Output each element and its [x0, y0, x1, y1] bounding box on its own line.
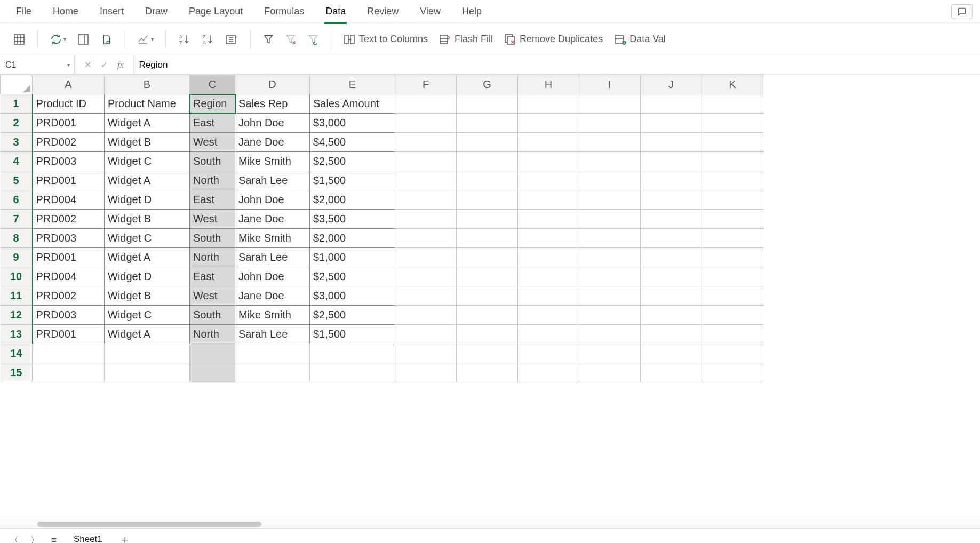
- cell-C15[interactable]: [190, 363, 235, 382]
- sort-ascending-button[interactable]: AZ: [174, 31, 194, 48]
- tab-help[interactable]: Help: [451, 0, 492, 23]
- cell-F9[interactable]: [395, 248, 457, 267]
- cell-K3[interactable]: [702, 133, 763, 152]
- cell-A7[interactable]: PRD002: [33, 210, 105, 229]
- cell-C1[interactable]: Region: [190, 94, 235, 114]
- cell-H8[interactable]: [518, 229, 579, 248]
- tab-data[interactable]: Data: [315, 0, 356, 23]
- cell-C13[interactable]: North: [190, 325, 235, 344]
- cell-I13[interactable]: [579, 325, 641, 344]
- filter-button[interactable]: [259, 31, 277, 47]
- cell-G15[interactable]: [457, 363, 518, 382]
- cell-E3[interactable]: $4,500: [310, 133, 395, 152]
- cell-J14[interactable]: [641, 344, 702, 363]
- cell-G10[interactable]: [457, 267, 518, 286]
- cell-K13[interactable]: [702, 325, 763, 344]
- cell-A8[interactable]: PRD003: [33, 229, 105, 248]
- cell-A14[interactable]: [33, 344, 105, 363]
- cell-D2[interactable]: John Doe: [235, 114, 310, 133]
- cell-H9[interactable]: [518, 248, 579, 267]
- cell-F7[interactable]: [395, 210, 457, 229]
- cell-F3[interactable]: [395, 133, 457, 152]
- cell-D7[interactable]: Jane Doe: [235, 210, 310, 229]
- cell-H7[interactable]: [518, 210, 579, 229]
- row-header-8[interactable]: 8: [1, 229, 33, 248]
- cell-H1[interactable]: [518, 94, 579, 114]
- row-header-1[interactable]: 1: [1, 94, 33, 114]
- clear-filter-button[interactable]: [282, 31, 300, 47]
- cell-E14[interactable]: [310, 344, 395, 363]
- reapply-filter-button[interactable]: [304, 31, 322, 47]
- cell-G2[interactable]: [457, 114, 518, 133]
- cell-H14[interactable]: [518, 344, 579, 363]
- row-header-6[interactable]: 6: [1, 190, 33, 210]
- cell-J3[interactable]: [641, 133, 702, 152]
- cell-K15[interactable]: [702, 363, 763, 382]
- sheet-nav-prev[interactable]: 〈: [7, 533, 21, 543]
- row-header-9[interactable]: 9: [1, 248, 33, 267]
- cell-B15[interactable]: [105, 363, 190, 382]
- cell-F13[interactable]: [395, 325, 457, 344]
- cell-D15[interactable]: [235, 363, 310, 382]
- cell-K5[interactable]: [702, 171, 763, 190]
- cell-J5[interactable]: [641, 171, 702, 190]
- cell-E6[interactable]: $2,000: [310, 190, 395, 210]
- cell-F8[interactable]: [395, 229, 457, 248]
- cell-F12[interactable]: [395, 306, 457, 325]
- cell-D8[interactable]: Mike Smith: [235, 229, 310, 248]
- tab-file[interactable]: File: [5, 0, 42, 23]
- sheet-tab-active[interactable]: Sheet1: [66, 531, 110, 543]
- cell-B2[interactable]: Widget A: [105, 114, 190, 133]
- cell-F1[interactable]: [395, 94, 457, 114]
- cell-H6[interactable]: [518, 190, 579, 210]
- cell-B10[interactable]: Widget D: [105, 267, 190, 286]
- cell-A15[interactable]: [33, 363, 105, 382]
- cell-D11[interactable]: Jane Doe: [235, 286, 310, 306]
- cell-K1[interactable]: [702, 94, 763, 114]
- cell-A9[interactable]: PRD001: [33, 248, 105, 267]
- cell-K6[interactable]: [702, 190, 763, 210]
- cell-I2[interactable]: [579, 114, 641, 133]
- cell-H12[interactable]: [518, 306, 579, 325]
- cell-F15[interactable]: [395, 363, 457, 382]
- cell-G13[interactable]: [457, 325, 518, 344]
- cell-F10[interactable]: [395, 267, 457, 286]
- cell-C10[interactable]: East: [190, 267, 235, 286]
- row-header-12[interactable]: 12: [1, 306, 33, 325]
- cell-F4[interactable]: [395, 152, 457, 171]
- cell-J7[interactable]: [641, 210, 702, 229]
- cell-A12[interactable]: PRD003: [33, 306, 105, 325]
- row-header-2[interactable]: 2: [1, 114, 33, 133]
- cell-G12[interactable]: [457, 306, 518, 325]
- cell-C12[interactable]: South: [190, 306, 235, 325]
- cell-C4[interactable]: South: [190, 152, 235, 171]
- cell-F5[interactable]: [395, 171, 457, 190]
- formula-enter-button[interactable]: ✓: [98, 59, 111, 71]
- row-header-15[interactable]: 15: [1, 363, 33, 382]
- row-header-14[interactable]: 14: [1, 344, 33, 363]
- select-all-corner[interactable]: [1, 75, 33, 94]
- cell-I15[interactable]: [579, 363, 641, 382]
- cell-D6[interactable]: John Doe: [235, 190, 310, 210]
- cell-J11[interactable]: [641, 286, 702, 306]
- formula-input[interactable]: [133, 55, 980, 74]
- tab-review[interactable]: Review: [356, 0, 409, 23]
- cell-H10[interactable]: [518, 267, 579, 286]
- cell-B4[interactable]: Widget C: [105, 152, 190, 171]
- add-sheet-button[interactable]: +: [117, 533, 133, 544]
- cell-J13[interactable]: [641, 325, 702, 344]
- cell-H2[interactable]: [518, 114, 579, 133]
- cell-J15[interactable]: [641, 363, 702, 382]
- sort-descending-button[interactable]: ZA: [198, 31, 217, 48]
- row-header-10[interactable]: 10: [1, 267, 33, 286]
- cell-F6[interactable]: [395, 190, 457, 210]
- cell-E1[interactable]: Sales Amount: [310, 94, 395, 114]
- cell-B3[interactable]: Widget B: [105, 133, 190, 152]
- cell-E4[interactable]: $2,500: [310, 152, 395, 171]
- cell-G5[interactable]: [457, 171, 518, 190]
- cell-D9[interactable]: Sarah Lee: [235, 248, 310, 267]
- cell-E8[interactable]: $2,000: [310, 229, 395, 248]
- cell-H15[interactable]: [518, 363, 579, 382]
- data-validation-button[interactable]: Data Val: [610, 31, 669, 48]
- cell-B12[interactable]: Widget C: [105, 306, 190, 325]
